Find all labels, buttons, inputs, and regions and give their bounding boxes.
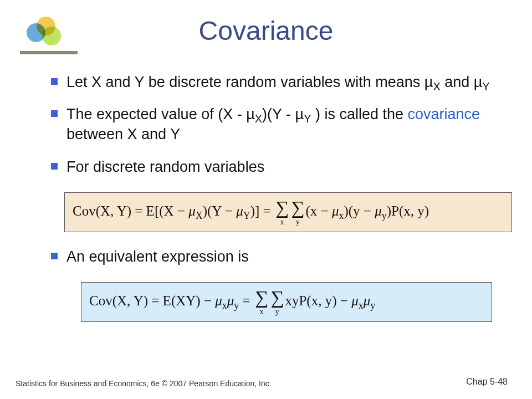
f2-mid: xyP(x, y) − — [285, 293, 351, 308]
bullet-2-text-2: )(Y - µ — [262, 106, 304, 122]
f1-lhs: Cov(X, Y) = E[(X − — [73, 203, 188, 218]
f1-rhs3: )P(x, y) — [387, 203, 429, 218]
f2-sigma-x: ∑x — [254, 288, 269, 316]
bullet-3-text: For discrete random variables — [66, 158, 264, 175]
f1-sigma-y: ∑y — [290, 198, 305, 226]
f1-mid2: )] = — [250, 203, 274, 218]
f1-mid1: )(Y − — [203, 203, 236, 218]
slide-body: Let X and Y be discrete random variables… — [50, 72, 499, 336]
bullet-2-text-1: The expected value of (X - µ — [66, 106, 255, 122]
formula-definition: Cov(X, Y) = E[(X − μX)(Y − μY)] = ∑x∑y(x… — [64, 192, 512, 232]
f1-rhs1: (x − — [305, 203, 331, 218]
f2-lhs: Cov(X, Y) = E(XY) − — [89, 293, 215, 308]
bullet-2: The expected value of (X - µX)(Y - µY ) … — [50, 104, 499, 144]
f1-mu-4: μ — [375, 203, 382, 218]
logo-underline — [20, 51, 78, 54]
f2-sub-x1: x — [222, 300, 227, 311]
formula-equivalent: Cov(X, Y) = E(XY) − μxμy = ∑x∑yxyP(x, y)… — [81, 282, 492, 322]
bullet-1-sub-x: X — [433, 80, 440, 93]
sigma-icon: ∑ — [270, 288, 284, 307]
f2-sub-y1: y — [234, 300, 239, 311]
bullet-1-text-1: Let X and Y be discrete random variables… — [66, 74, 433, 90]
f2-mu-1: μ — [215, 293, 222, 308]
bullet-2-sub-y: Y — [304, 113, 311, 125]
f1-sigma-y-lbl: y — [291, 218, 304, 226]
sigma-icon: ∑ — [275, 198, 289, 217]
f2-sub-x2: x — [359, 300, 364, 311]
bullet-2-covariance: covariance — [408, 106, 480, 122]
bullet-3: For discrete random variables — [50, 157, 499, 177]
bullet-2-text-3: ) is called the — [311, 106, 407, 122]
f1-sub-y2: y — [382, 209, 387, 221]
f1-mu-3: μ — [332, 203, 339, 218]
bullet-1: Let X and Y be discrete random variables… — [50, 72, 499, 92]
footer-page-number: Chap 5-48 — [466, 377, 508, 387]
slide-title: Covariance — [0, 16, 532, 46]
f2-mu-2: μ — [227, 293, 234, 308]
f2-mu-4: μ — [364, 293, 371, 308]
f1-sigma-x: ∑x — [274, 198, 290, 226]
f1-mu-1: μ — [188, 203, 196, 218]
bullet-1-text-2: and µ — [441, 74, 483, 90]
f2-sub-y2: y — [370, 300, 375, 311]
bullet-4: An equivalent expression is — [50, 247, 499, 267]
f1-mu-2: μ — [236, 203, 243, 218]
f2-sigma-y: ∑y — [269, 288, 285, 316]
f1-rhs2: )(y − — [344, 203, 375, 218]
f2-sigma-x-lbl: x — [255, 308, 268, 316]
f1-sub-X1: X — [196, 209, 203, 221]
f1-sub-Y1: Y — [243, 209, 250, 221]
slide: Covariance Let X and Y be discrete rando… — [0, 0, 532, 399]
f1-sigma-x-lbl: x — [275, 218, 289, 226]
sigma-icon: ∑ — [291, 198, 304, 217]
bullet-2-text-4: between X and Y — [66, 126, 180, 142]
bullet-1-sub-y: Y — [482, 80, 489, 93]
sigma-icon: ∑ — [255, 288, 268, 307]
bullet-4-text: An equivalent expression is — [66, 248, 249, 265]
f2-sigma-y-lbl: y — [270, 308, 284, 316]
footer-copyright: Statistics for Business and Economics, 6… — [16, 379, 272, 388]
f2-mu-3: μ — [351, 293, 359, 308]
bullet-2-sub-x: X — [255, 113, 262, 125]
f2-eq: = — [239, 293, 254, 308]
